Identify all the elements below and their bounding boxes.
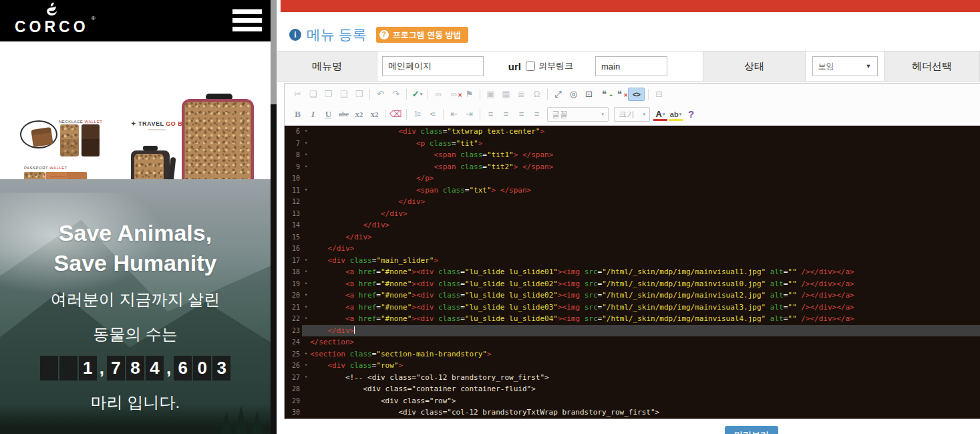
align-center-icon[interactable]: ≡: [499, 108, 513, 121]
cut-icon[interactable]: ✂: [291, 88, 305, 101]
code-line[interactable]: 6▾ <div class="txtwrap text-center">: [285, 126, 980, 138]
link-icon[interactable]: ∞: [432, 88, 446, 101]
admin-panel: i 메뉴 등록 ? 프로그램 연동 방법 메뉴명 url 외부링크 상태: [277, 0, 980, 434]
code-line[interactable]: 21▾ <a href="#none"><div class="lu_slide…: [285, 302, 980, 314]
fold-arrow-icon[interactable]: ▾: [302, 278, 310, 290]
code-line[interactable]: 18▾ <a href="#none"><div class="lu_slide…: [285, 266, 980, 278]
line-number: 28: [285, 383, 302, 395]
text-color-icon[interactable]: A▾: [653, 108, 667, 121]
fold-arrow-icon[interactable]: ▾: [302, 266, 310, 278]
fold-arrow-icon[interactable]: ▾: [302, 290, 310, 302]
fold-arrow-icon[interactable]: ▾: [302, 126, 310, 138]
code-line[interactable]: 16 </div>: [285, 243, 980, 255]
outdent-icon[interactable]: ⇤: [447, 108, 461, 121]
find-icon[interactable]: ◎: [566, 88, 581, 101]
undo-icon[interactable]: ↶: [373, 88, 387, 101]
strikethrough-icon[interactable]: abc: [337, 108, 351, 121]
line-number: 27: [285, 372, 302, 384]
redo-icon[interactable]: ↷: [389, 88, 403, 101]
spellcheck-icon[interactable]: ✓▾: [410, 88, 424, 101]
fold-arrow-icon[interactable]: ▾: [302, 313, 310, 325]
counter-box-empty: [59, 356, 77, 381]
code-line[interactable]: 8▾ <span class="tit1"> </span>: [285, 149, 980, 161]
code-line[interactable]: 30 <div class="col-12 brandstoryTxtWrap …: [285, 407, 980, 419]
image-icon[interactable]: ▣: [484, 88, 498, 101]
underline-icon[interactable]: U: [321, 108, 335, 121]
remove-format-icon[interactable]: ⌫: [389, 108, 403, 121]
program-link-help-button[interactable]: ? 프로그램 연동 방법: [376, 27, 468, 43]
paste-word-icon[interactable]: ❒: [352, 88, 366, 101]
code-line[interactable]: 22▾ <a href="#none"><div class="lu_slide…: [285, 313, 980, 325]
anchor-flag-icon[interactable]: ⚑: [462, 88, 476, 101]
bg-color-icon[interactable]: ab▾: [669, 108, 683, 121]
source-icon[interactable]: <>: [628, 88, 645, 101]
site-logo[interactable]: CORCO ®: [15, 2, 89, 35]
fold-arrow-icon[interactable]: ▾: [302, 185, 310, 197]
code-line[interactable]: 27▾ <!-- <div class="col-12 brandstory_r…: [285, 372, 980, 384]
code-line[interactable]: 13 </div>: [285, 208, 980, 220]
fold-arrow-icon[interactable]: ▾: [302, 360, 310, 372]
bullet-list-icon[interactable]: •≡: [426, 108, 440, 121]
align-left-icon[interactable]: ≡: [484, 108, 498, 121]
fold-arrow-icon[interactable]: ▾: [302, 138, 310, 150]
maximize-icon[interactable]: ⤢: [551, 88, 565, 101]
subscript-icon[interactable]: x2: [352, 108, 366, 121]
toolbar-separator: [480, 109, 480, 120]
product-slider: NECKLACE WALLET PASSPORT WALLET ✦ TRAVEL…: [0, 41, 271, 179]
select-all-icon[interactable]: ⊡: [582, 88, 596, 101]
align-right-icon[interactable]: ≡: [514, 108, 528, 121]
print-icon[interactable]: ⊟: [652, 88, 666, 101]
fold-arrow-icon[interactable]: ▾: [302, 149, 310, 161]
code-line[interactable]: 23 </div>: [285, 325, 980, 337]
superscript-icon[interactable]: x2: [367, 108, 381, 121]
horizontal-line-icon[interactable]: ≣: [514, 88, 528, 101]
font-select[interactable]: 글꼴▾: [547, 107, 609, 122]
table-icon[interactable]: ▦: [499, 88, 513, 101]
paste-text-icon[interactable]: ❑: [337, 88, 351, 101]
placeholder-add-icon[interactable]: ❝+: [597, 88, 611, 101]
fold-arrow-icon[interactable]: ▾: [302, 372, 310, 384]
copy-icon[interactable]: ❏: [306, 88, 320, 101]
external-link-checkbox[interactable]: [526, 62, 535, 71]
preview-save-button[interactable]: 미리보기: [725, 426, 778, 434]
special-char-icon[interactable]: Ω: [530, 88, 544, 101]
size-select[interactable]: 크기▾: [614, 107, 650, 122]
code-line[interactable]: 25▾<section class="section-main-brandsto…: [285, 348, 980, 360]
code-line[interactable]: 14 </div>: [285, 219, 980, 231]
code-line[interactable]: 24</section>: [285, 336, 980, 348]
indent-icon[interactable]: ⇥: [462, 108, 476, 121]
code-line[interactable]: 28 <div class="container container-fluid…: [285, 383, 980, 395]
code-line[interactable]: 26▾ <div class="row">: [285, 360, 980, 372]
code-line[interactable]: 19▾ <a href="#none"><div class="lu_slide…: [285, 278, 980, 290]
hamburger-menu-icon[interactable]: [232, 9, 262, 31]
code-line[interactable]: 12 </div>: [285, 196, 980, 208]
fold-arrow-icon[interactable]: ▾: [302, 302, 310, 314]
paste-icon[interactable]: ❐: [321, 88, 335, 101]
travel-bag-image: [182, 99, 254, 179]
code-line[interactable]: 7▾ <p class="tit">: [285, 138, 980, 150]
placeholder-remove-icon[interactable]: ❝✕: [613, 88, 627, 101]
fold-arrow-icon[interactable]: ▾: [302, 255, 310, 267]
source-code-area[interactable]: 6▾ <div class="txtwrap text-center">7▾ <…: [285, 126, 980, 419]
fold-arrow-icon[interactable]: ▾: [302, 161, 310, 173]
tree-icon: [220, 411, 232, 434]
bold-icon[interactable]: B: [291, 108, 305, 121]
italic-icon[interactable]: I: [306, 108, 320, 121]
code-line[interactable]: 20▾ <a href="#none"><div class="lu_slide…: [285, 290, 980, 302]
preview-scrollbar[interactable]: [271, 0, 277, 434]
fold-arrow-icon[interactable]: ▾: [302, 348, 310, 360]
numbered-list-icon[interactable]: 1≡: [410, 108, 424, 121]
unlink-icon[interactable]: ∞✕: [447, 88, 461, 101]
code-line[interactable]: 11▾ <span class="txt"> </span>: [285, 185, 980, 197]
code-line[interactable]: 10 </p>: [285, 173, 980, 185]
align-justify-icon[interactable]: ≡: [530, 108, 544, 121]
code-line[interactable]: 9▾ <span class="tit2"> </span>: [285, 161, 980, 173]
preview-scrollbar-thumb[interactable]: [271, 0, 277, 104]
url-input[interactable]: [595, 56, 667, 76]
code-line[interactable]: 29 <div class="row">: [285, 395, 980, 407]
code-line[interactable]: 17▾ <div class="main_slider">: [285, 255, 980, 267]
about-icon[interactable]: ?: [684, 108, 698, 121]
menu-name-input[interactable]: [382, 56, 484, 76]
status-select[interactable]: 보임 ▼: [812, 56, 878, 76]
code-line[interactable]: 15 </div>: [285, 231, 980, 243]
